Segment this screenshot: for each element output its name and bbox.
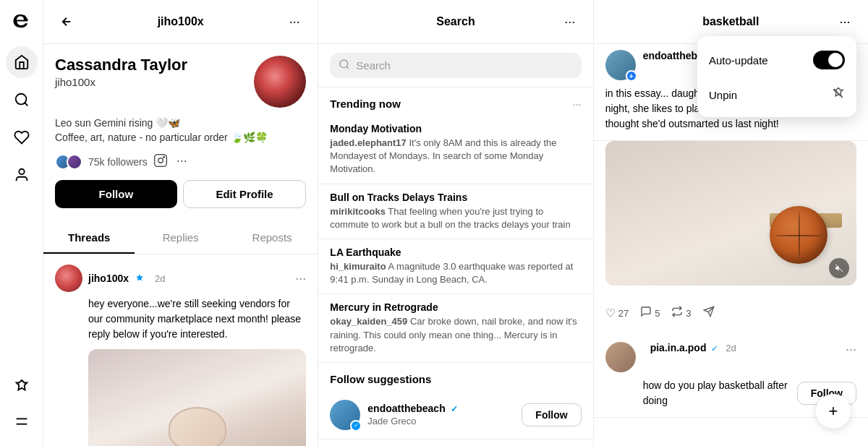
post-username: jiho100x	[88, 273, 129, 284]
trending-section-header: Trending now ···	[318, 87, 592, 116]
profile-avatar	[254, 56, 306, 108]
profile-social-icons: ···	[153, 153, 187, 170]
profile-header-dots[interactable]: ···	[283, 10, 306, 33]
svg-point-2	[19, 169, 24, 174]
search-input[interactable]	[356, 59, 572, 72]
profile-bio: Leo sun Gemini rising 🤍🦋 Coffee, art, na…	[55, 116, 306, 145]
sidebar-pin-icon[interactable]	[6, 371, 38, 403]
trending-item-2[interactable]: LA Earthquake hi_kimuraito A magnitude 3…	[318, 239, 592, 294]
basketball-image	[605, 141, 856, 286]
trending-item-title-3: Mercury in Retrograde	[330, 301, 581, 313]
follow-button[interactable]: Follow	[55, 180, 177, 208]
post-dots[interactable]: ···	[295, 271, 306, 286]
sidebar-search-icon[interactable]	[6, 84, 38, 116]
trending-item-title-1: Bull on Tracks Delays Trains	[330, 192, 581, 203]
unpin-label: Unpin	[709, 89, 737, 101]
follow-user-avatar: ✓	[330, 400, 360, 430]
profile-name: Cassandra Taylor	[55, 56, 187, 74]
sidebar-heart-icon[interactable]	[6, 121, 38, 153]
profile-header-title: jiho100x	[78, 15, 283, 28]
basketball-header-title: basketball	[629, 15, 833, 28]
post2-dots[interactable]: ···	[846, 342, 856, 357]
dropdown-unpin[interactable]: Unpin	[697, 78, 856, 111]
suggestions-header: Follow suggestions	[318, 363, 592, 391]
edit-profile-button[interactable]: Edit Profile	[183, 180, 307, 208]
bball-post-text-2: how do you play basketball after doing	[643, 378, 797, 408]
unpin-icon	[832, 87, 845, 103]
suggestion-verified-icon: ✓	[451, 404, 458, 414]
post-header: jiho100x 2d ···	[55, 265, 306, 292]
auto-update-toggle[interactable]	[813, 51, 845, 69]
post-user: jiho100x 2d	[55, 265, 166, 292]
repost-count: 3	[686, 308, 691, 319]
comment-action[interactable]: 5	[640, 306, 660, 320]
post-text: hey everyone...we're still seeking vendo…	[88, 296, 306, 342]
thread-post: jiho100x 2d ··· hey everyone...we're sti…	[43, 254, 318, 446]
suggestions-title: Follow suggestions	[330, 373, 431, 385]
follow-user-name: endoatthebeach ✓	[367, 403, 522, 414]
tab-reposts[interactable]: Reposts	[226, 223, 318, 254]
trending-dots[interactable]: ···	[573, 98, 582, 110]
profile-panel-header: jiho100x ···	[43, 0, 318, 44]
follow-suggestions: Follow suggestions ✓ endoatthebeach ✓ Ja…	[318, 363, 592, 439]
trending-item-3[interactable]: Mercury in Retrograde okay_kaiden_459 Ca…	[318, 294, 592, 363]
trending-item-desc-3: okay_kaiden_459 Car broke down, nail bro…	[330, 315, 581, 355]
post-actions: ♡ 27 5	[605, 300, 856, 326]
svg-rect-6	[154, 155, 166, 167]
trending-item-0[interactable]: Monday Motivation jaded.elephant17 It's …	[318, 116, 592, 184]
back-button[interactable]	[55, 10, 78, 33]
svg-line-1	[25, 103, 27, 106]
profile-section: Cassandra Taylor jiho100x Leo sun Gemini…	[43, 44, 318, 223]
like-action[interactable]: ♡ 27	[605, 306, 629, 320]
dropdown-auto-update[interactable]: Auto-update	[697, 42, 856, 78]
verified-badge: ✓	[350, 420, 362, 432]
svg-line-10	[346, 67, 349, 69]
search-panel-header: Search ···	[318, 0, 592, 44]
sidebar-menu-icon[interactable]	[6, 406, 38, 437]
basketball-image-bg	[605, 141, 856, 286]
search-header-title: Search	[353, 15, 558, 28]
instagram-icon[interactable]	[153, 153, 168, 170]
svg-point-8	[163, 157, 164, 158]
profile-info: Cassandra Taylor jiho100x	[55, 56, 187, 95]
post-time: 2d	[155, 273, 165, 284]
trending-section: Trending now ··· Monday Motivation jaded…	[318, 87, 592, 363]
verified-icon	[135, 273, 145, 283]
svg-point-7	[158, 158, 163, 163]
search-header-dots[interactable]: ···	[558, 10, 582, 33]
post2-verified-icon: ✓	[711, 343, 718, 353]
profile-username: jiho100x	[55, 76, 187, 88]
search-icon	[339, 59, 350, 72]
sidebar-bottom	[6, 371, 38, 437]
repost-icon	[671, 306, 683, 320]
trending-item-1[interactable]: Bull on Tracks Delays Trains mirikitcook…	[318, 184, 592, 239]
svg-point-9	[340, 60, 348, 68]
share-action[interactable]	[703, 306, 715, 320]
basketball-shape	[770, 206, 827, 264]
basketball-panel: basketball ··· Auto-update Unpin	[594, 0, 868, 446]
search-input-wrap	[330, 53, 581, 78]
follower-avatars	[55, 154, 82, 170]
follow-user-handle: Jade Greco	[367, 416, 522, 426]
auto-update-label: Auto-update	[709, 54, 768, 67]
basketball-image-container	[594, 141, 868, 300]
profile-actions: Follow Edit Profile	[55, 180, 306, 208]
tab-replies[interactable]: Replies	[135, 223, 226, 254]
basketball-header-dots[interactable]: ···	[833, 10, 856, 33]
more-options-icon[interactable]: ···	[176, 153, 187, 170]
post-image-decoration	[169, 407, 226, 446]
sidebar-profile-icon[interactable]	[6, 159, 38, 191]
trending-item-desc-1: mirikitcooks That feeling when you're ju…	[330, 205, 581, 231]
repost-action[interactable]: 3	[671, 306, 691, 320]
like-count: 27	[618, 308, 629, 319]
tab-threads[interactable]: Threads	[43, 223, 135, 254]
basketball-post-2-header: pia.in.a.pod ✓ 2d ···	[605, 342, 856, 372]
heart-icon: ♡	[605, 306, 616, 320]
compose-fab[interactable]: +	[816, 394, 851, 429]
mute-icon[interactable]	[829, 258, 849, 278]
post-actions-container: ♡ 27 5	[594, 300, 868, 333]
sidebar-home-icon[interactable]	[6, 46, 38, 78]
post2-time: 2d	[726, 343, 736, 353]
follow-user-item: ✓ endoatthebeach ✓ Jade Greco Follow	[318, 391, 592, 439]
suggestion-follow-button[interactable]: Follow	[522, 403, 581, 426]
